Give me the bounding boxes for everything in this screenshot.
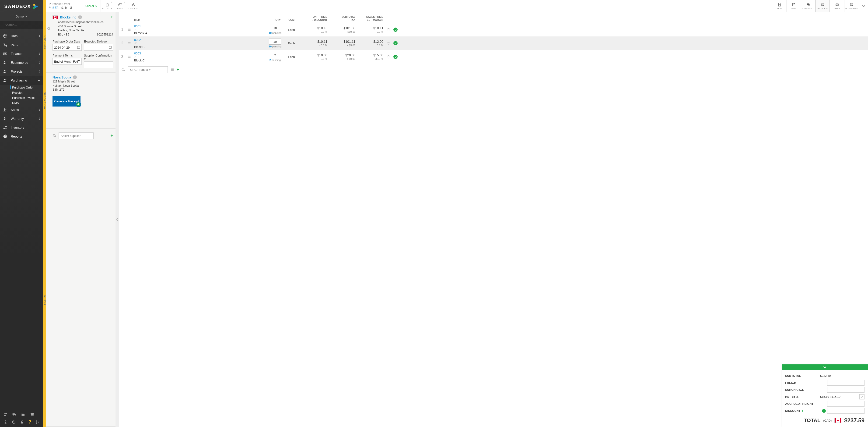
supplier-email: andrew.corkum@sandboxonline.co: [58, 20, 113, 25]
logout-icon[interactable]: [35, 420, 40, 424]
download-button[interactable]: DOWNLOAD: [844, 0, 859, 12]
global-search-input[interactable]: [4, 23, 44, 27]
nav-ecommerce[interactable]: Ecommerce: [0, 58, 43, 67]
unit-price: $10.00: [301, 53, 328, 57]
warehouse-link[interactable]: Nova Scotia: [53, 76, 71, 79]
supplier-city: Halifax, Nova Scotia: [58, 28, 113, 33]
supplier-link[interactable]: Blocks Inc: [60, 16, 76, 19]
drag-handle-icon[interactable]: [126, 28, 133, 31]
add-billto-button[interactable]: +: [111, 133, 113, 139]
supplier-section: SUPPLIER Blocks Inc × + andrew.corkum@sa…: [46, 12, 116, 73]
subnav-purchase-order[interactable]: Purchase Order: [0, 85, 43, 90]
discount-input[interactable]: [827, 408, 865, 414]
tool-label: DOWNLOAD: [845, 7, 858, 9]
activity-button[interactable]: 0 ACTIVITY: [101, 0, 114, 12]
nav-finance[interactable]: Finance: [0, 49, 43, 58]
next-record-icon[interactable]: [69, 6, 72, 9]
archive-icon[interactable]: [30, 412, 34, 417]
record-number[interactable]: 534: [53, 6, 59, 10]
item-description: Block B: [134, 45, 268, 49]
org-selector[interactable]: Demo: [0, 13, 43, 20]
lock-icon[interactable]: [20, 420, 24, 424]
add-product-input[interactable]: [128, 66, 168, 73]
chevron-right-icon: [38, 70, 40, 73]
search-icon[interactable]: [53, 134, 57, 138]
qty-input[interactable]: 10: [269, 38, 281, 45]
pencil-icon: [861, 396, 863, 398]
prev-record-icon[interactable]: [65, 6, 68, 9]
document-icon: [105, 3, 109, 7]
delete-line-button[interactable]: [385, 41, 392, 45]
panel-collapse-handle[interactable]: [116, 12, 119, 427]
new-button[interactable]: NEW: [772, 0, 786, 12]
nav-data[interactable]: Data: [0, 31, 43, 40]
uom-value: Each: [282, 28, 301, 31]
truck-icon[interactable]: [12, 412, 17, 417]
nav-warranty[interactable]: Warranty: [0, 114, 43, 123]
subnav-receipt[interactable]: Receipt: [0, 90, 43, 95]
generate-receipt-button[interactable]: Generate Receipt +: [53, 96, 81, 107]
delete-line-button[interactable]: [385, 28, 392, 32]
nav-reports[interactable]: Reports: [0, 132, 43, 141]
surcharge-input[interactable]: [827, 387, 865, 393]
edit-line-icon[interactable]: [134, 28, 268, 31]
main-area: SUPPLIER Blocks Inc × + andrew.corkum@sa…: [43, 12, 868, 427]
dollar-icon[interactable]: $: [802, 409, 803, 412]
sku-link[interactable]: 0001: [134, 25, 141, 28]
nav-sales[interactable]: Sales: [0, 105, 43, 114]
freight-input[interactable]: [827, 380, 865, 386]
subnav-rma[interactable]: RMA: [0, 100, 43, 105]
expected-delivery-input[interactable]: [84, 44, 113, 51]
sku-link[interactable]: 0003: [134, 52, 141, 55]
nav-inventory[interactable]: Inventory: [0, 123, 43, 132]
nav-label: Data: [11, 34, 35, 38]
preview-button[interactable]: PREVIEW: [815, 0, 830, 12]
version-label: v1: [61, 6, 64, 9]
clock-icon[interactable]: [12, 420, 16, 424]
edit-line-icon[interactable]: [134, 55, 268, 58]
edit-line-icon[interactable]: [134, 41, 268, 45]
add-line-button[interactable]: +: [177, 67, 179, 72]
col-tax: + TAX: [348, 19, 355, 21]
accrued-freight-input[interactable]: [827, 401, 865, 407]
users-icon[interactable]: [3, 412, 8, 417]
users-icon: [3, 116, 7, 121]
comment-button[interactable]: COMMENT: [801, 0, 815, 12]
search-icon[interactable]: [121, 67, 126, 72]
gear-icon[interactable]: [3, 420, 7, 424]
global-search[interactable]: [0, 21, 43, 29]
nav-projects[interactable]: Projects: [0, 67, 43, 76]
totals-collapse-handle[interactable]: [782, 364, 868, 370]
files-button[interactable]: 0 FILES: [114, 0, 127, 12]
payment-terms-select[interactable]: End of Month Foll: [53, 58, 82, 65]
drag-handle-icon[interactable]: [126, 41, 133, 45]
supplier-conf-input[interactable]: [84, 61, 113, 68]
sku-link[interactable]: 0002: [134, 38, 141, 41]
status-dropdown[interactable]: OPEN: [82, 0, 101, 12]
add-supplier-button[interactable]: +: [111, 15, 113, 20]
po-date-input[interactable]: 2024-04-29: [53, 44, 82, 51]
svg-rect-40: [836, 5, 838, 6]
menu-icon[interactable]: [170, 67, 174, 72]
add-discount-button[interactable]: +: [822, 409, 826, 413]
factory-icon[interactable]: [21, 412, 26, 417]
help-icon[interactable]: ?: [28, 419, 31, 425]
more-button[interactable]: [859, 0, 868, 12]
remove-supplier-button[interactable]: ×: [78, 16, 82, 19]
remove-warehouse-button[interactable]: ×: [73, 76, 77, 79]
nav-purchasing[interactable]: Purchasing: [0, 76, 43, 85]
status-text: OPEN: [85, 4, 94, 8]
edit-tax-button[interactable]: [859, 394, 865, 399]
qty-input[interactable]: 10: [269, 25, 281, 31]
svg-point-5: [5, 46, 5, 47]
email-button[interactable]: EMAIL: [830, 0, 844, 12]
subnav-purchase-invoice[interactable]: Purchase Invoice: [0, 95, 43, 100]
delete-line-button[interactable]: [385, 55, 392, 59]
search-icon[interactable]: [47, 27, 51, 31]
nav-pos[interactable]: POS: [0, 40, 43, 49]
billto-supplier-input[interactable]: [59, 133, 94, 139]
save-button[interactable]: SAVE: [786, 0, 801, 12]
qty-input[interactable]: 2: [269, 52, 281, 58]
drag-handle-icon[interactable]: [126, 55, 133, 59]
lineage-button[interactable]: LINEAGE: [127, 0, 140, 12]
